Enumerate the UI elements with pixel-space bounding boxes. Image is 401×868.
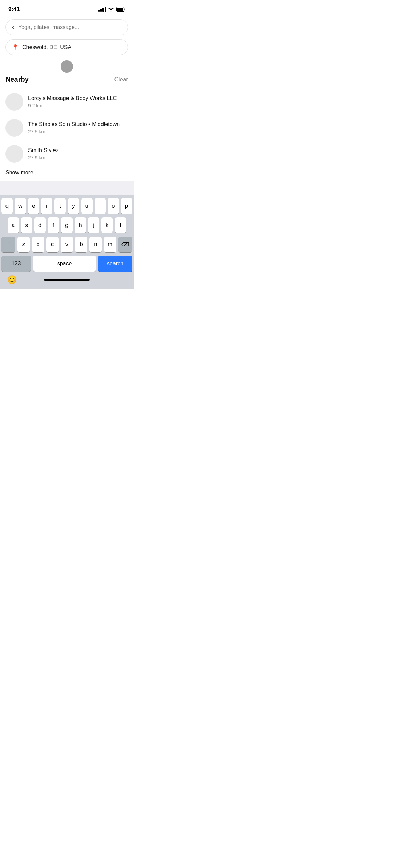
venue-distance-0: 9.2 km	[28, 103, 128, 108]
venue-avatar-2	[5, 145, 23, 163]
location-row[interactable]: 📍 Cheswold, DE, USA	[5, 39, 128, 55]
drag-handle-area	[0, 55, 134, 75]
venue-distance-2: 27.9 km	[28, 155, 128, 160]
clear-button[interactable]: Clear	[114, 76, 128, 83]
key-t[interactable]: t	[54, 198, 66, 214]
nearby-section: Nearby Clear Lorcy's Massage & Body Work…	[0, 75, 134, 167]
venue-item-0[interactable]: Lorcy's Massage & Body Works LLC 9.2 km	[5, 89, 128, 115]
key-n[interactable]: n	[89, 237, 102, 252]
numeric-key[interactable]: 123	[1, 256, 31, 272]
back-button[interactable]: ‹	[12, 24, 14, 31]
key-c[interactable]: c	[46, 237, 59, 252]
shift-key[interactable]: ⇧	[1, 237, 15, 252]
signal-icon	[98, 7, 106, 12]
key-g[interactable]: g	[61, 217, 72, 233]
keyboard-emoji-row: 😊	[1, 273, 132, 287]
search-area: ‹ 📍 Cheswold, DE, USA	[0, 16, 134, 55]
key-f[interactable]: f	[48, 217, 59, 233]
search-input[interactable]	[18, 24, 122, 31]
space-key[interactable]: space	[33, 256, 96, 272]
key-z[interactable]: z	[17, 237, 30, 252]
delete-key[interactable]: ⌫	[118, 237, 132, 252]
emoji-key[interactable]: 😊	[7, 275, 17, 285]
key-s[interactable]: s	[21, 217, 32, 233]
show-more[interactable]: Show more ...	[0, 170, 134, 176]
key-u[interactable]: u	[81, 198, 93, 214]
key-p[interactable]: p	[121, 198, 132, 214]
key-v[interactable]: v	[61, 237, 73, 252]
venue-info-2: Smith Stylez 27.9 km	[28, 147, 128, 160]
key-y[interactable]: y	[68, 198, 79, 214]
venue-name-1: The Stables Spin Studio • Middletown	[28, 121, 128, 128]
venue-info-1: The Stables Spin Studio • Middletown 27.…	[28, 121, 128, 134]
status-icons	[98, 7, 125, 12]
search-key[interactable]: search	[98, 256, 132, 272]
key-r[interactable]: r	[41, 198, 52, 214]
nearby-title: Nearby	[5, 75, 29, 83]
key-j[interactable]: j	[88, 217, 99, 233]
venue-avatar-1	[5, 119, 23, 137]
key-o[interactable]: o	[108, 198, 119, 214]
home-indicator	[44, 279, 90, 281]
content-wrapper: ‹ 📍 Cheswold, DE, USA Nearby Clear Lorcy…	[0, 16, 134, 289]
venue-item-2[interactable]: Smith Stylez 27.9 km	[5, 141, 128, 167]
key-m[interactable]: m	[104, 237, 116, 252]
venue-item-1[interactable]: The Stables Spin Studio • Middletown 27.…	[5, 115, 128, 141]
status-time: 9:41	[8, 6, 20, 13]
key-x[interactable]: x	[32, 237, 44, 252]
venue-name-2: Smith Stylez	[28, 147, 128, 154]
keyboard-row-1: q w e r t y u i o p	[1, 198, 132, 214]
venue-distance-1: 27.5 km	[28, 129, 128, 134]
keyboard-bottom-row: 123 space search	[1, 256, 132, 272]
venue-avatar-0	[5, 93, 23, 111]
show-more-button[interactable]: Show more ...	[5, 170, 39, 176]
venue-info-0: Lorcy's Massage & Body Works LLC 9.2 km	[28, 95, 128, 108]
venue-name-0: Lorcy's Massage & Body Works LLC	[28, 95, 128, 101]
drag-handle[interactable]	[61, 60, 73, 73]
key-b[interactable]: b	[75, 237, 87, 252]
key-k[interactable]: k	[101, 217, 113, 233]
location-text: Cheswold, DE, USA	[22, 44, 71, 50]
location-pin-icon: 📍	[12, 44, 19, 50]
key-i[interactable]: i	[95, 198, 106, 214]
search-input-row[interactable]: ‹	[5, 19, 128, 35]
svg-rect-1	[117, 8, 123, 11]
key-h[interactable]: h	[75, 217, 86, 233]
keyboard-row-3: ⇧ z x c v b n m ⌫	[1, 237, 132, 252]
key-q[interactable]: q	[1, 198, 13, 214]
key-a[interactable]: a	[8, 217, 19, 233]
keyboard-row-2: a s d f g h j k l	[1, 217, 132, 233]
key-d[interactable]: d	[34, 217, 46, 233]
battery-icon	[116, 7, 125, 12]
key-e[interactable]: e	[28, 198, 39, 214]
nearby-header: Nearby Clear	[5, 75, 128, 83]
key-w[interactable]: w	[15, 198, 26, 214]
keyboard[interactable]: q w e r t y u i o p a s d f g h j k l ⇧ …	[0, 195, 134, 289]
status-bar: 9:41	[0, 0, 134, 16]
wifi-icon	[108, 7, 114, 12]
key-l[interactable]: l	[115, 217, 126, 233]
venue-list: Lorcy's Massage & Body Works LLC 9.2 km …	[5, 89, 128, 167]
